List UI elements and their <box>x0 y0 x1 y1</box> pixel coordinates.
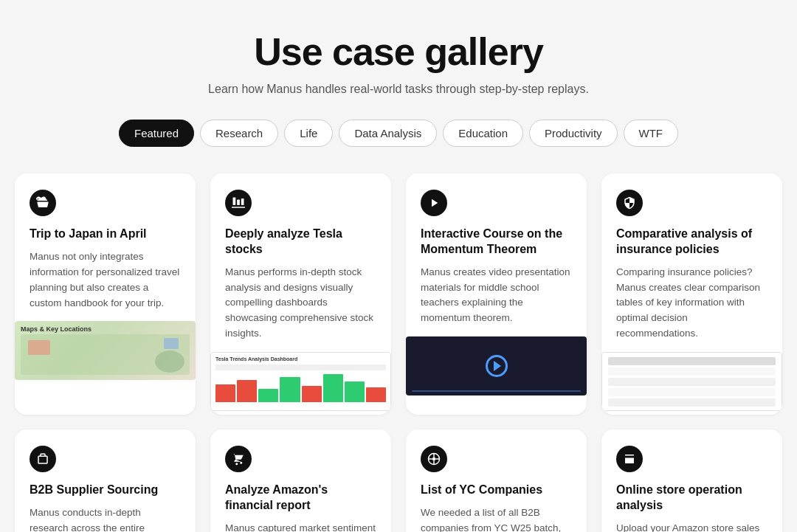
tab-wtf[interactable]: WTF <box>624 120 678 147</box>
card-icon-yc <box>421 446 447 472</box>
card-desc-momentum: Manus creates video presentation materia… <box>421 265 572 327</box>
card-icon-japan <box>30 190 56 216</box>
page-title: Use case gallery <box>15 30 782 74</box>
card-yc-companies[interactable]: List of YC Companies We needed a list of… <box>406 429 587 532</box>
card-image-japan <box>15 321 196 384</box>
card-title-yc: List of YC Companies <box>421 483 572 498</box>
tab-research[interactable]: Research <box>200 120 278 147</box>
card-desc-amazon: Manus captured market sentiment changes … <box>225 521 376 532</box>
card-amazon-financial[interactable]: Analyze Amazon's financial report Manus … <box>210 429 391 532</box>
card-title-b2b: B2B Supplier Sourcing <box>30 483 181 498</box>
card-tesla-stocks[interactable]: Deeply analyze Tesla stocks Manus perfor… <box>210 173 391 415</box>
card-insurance-analysis[interactable]: Comparative analysis of insurance polici… <box>601 173 782 415</box>
tab-featured[interactable]: Featured <box>119 120 194 147</box>
card-title-store: Online store operation analysis <box>616 483 767 514</box>
cards-grid: Trip to Japan in April Manus not only in… <box>15 173 782 532</box>
tab-life[interactable]: Life <box>284 120 333 147</box>
tab-productivity[interactable]: Productivity <box>529 120 618 147</box>
filter-tabs: Featured Research Life Data Analysis Edu… <box>15 120 782 147</box>
card-icon-amazon <box>225 446 252 472</box>
tab-data-analysis[interactable]: Data Analysis <box>339 120 437 147</box>
card-desc-insurance: Comparing insurance policies? Manus crea… <box>616 265 767 342</box>
card-japan-trip[interactable]: Trip to Japan in April Manus not only in… <box>15 173 196 415</box>
card-title-tesla: Deeply analyze Tesla stocks <box>225 227 376 258</box>
card-icon-tesla <box>225 190 252 216</box>
card-online-store[interactable]: Online store operation analysis Upload y… <box>601 429 782 532</box>
svg-point-5 <box>432 457 436 461</box>
card-b2b-sourcing[interactable]: B2B Supplier Sourcing Manus conducts in-… <box>15 429 196 532</box>
card-desc-store: Upload your Amazon store sales data, and… <box>616 521 767 532</box>
svg-rect-0 <box>233 198 236 206</box>
card-image-tesla <box>210 352 391 415</box>
card-title-momentum: Interactive Course on the Momentum Theor… <box>421 227 572 258</box>
card-desc-b2b: Manus conducts in-depth research across … <box>30 505 181 532</box>
card-title-amazon: Analyze Amazon's financial report <box>225 483 376 514</box>
card-title-insurance: Comparative analysis of insurance polici… <box>616 227 767 258</box>
svg-rect-1 <box>237 200 240 206</box>
card-icon-momentum <box>421 190 447 216</box>
card-image-momentum <box>406 336 587 399</box>
card-desc-japan: Manus not only integrates information fo… <box>30 249 181 311</box>
hero-section: Use case gallery Learn how Manus handles… <box>15 30 782 96</box>
svg-rect-2 <box>241 198 244 205</box>
card-momentum-course[interactable]: Interactive Course on the Momentum Theor… <box>406 173 587 415</box>
card-desc-tesla: Manus performs in-depth stock analysis a… <box>225 265 376 342</box>
card-icon-b2b <box>30 446 56 472</box>
page-subtitle: Learn how Manus handles real-world tasks… <box>15 83 782 96</box>
card-desc-yc: We needed a list of all B2B companies fr… <box>421 505 572 532</box>
card-title-japan: Trip to Japan in April <box>30 227 181 242</box>
card-icon-store <box>616 446 643 472</box>
tab-education[interactable]: Education <box>443 120 523 147</box>
card-icon-insurance <box>616 190 643 216</box>
card-image-insurance <box>601 352 782 415</box>
